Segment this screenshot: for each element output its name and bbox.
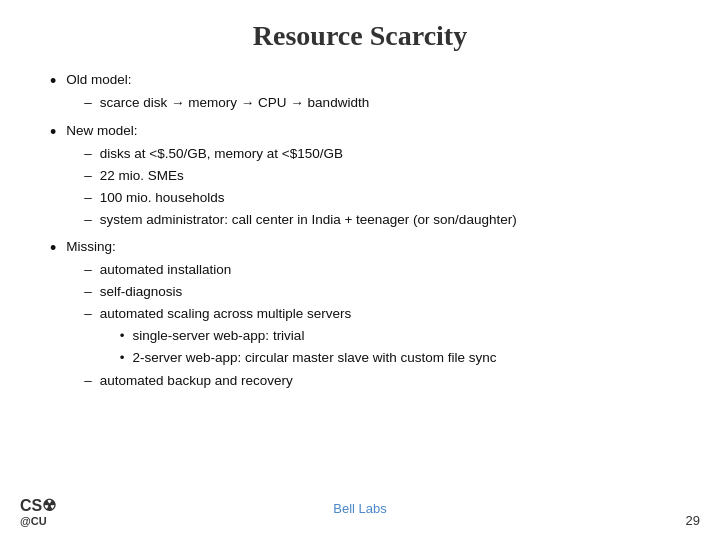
- bullet-new-model-content: New model: – disks at <$.50/GB, memory a…: [66, 121, 690, 232]
- new-model-label: New model:: [66, 123, 137, 138]
- bullet-new-model: • New model: – disks at <$.50/GB, memory…: [50, 121, 690, 232]
- sub-item-smes: – 22 mio. SMEs: [84, 166, 690, 187]
- households-text: 100 mio. households: [100, 188, 225, 209]
- footer: CS☢ @CU Bell Labs 29: [0, 496, 720, 528]
- dash-3: –: [84, 166, 92, 187]
- bullet-old-model-content: Old model: – scarce disk → memory → CPU …: [66, 70, 690, 115]
- dash-7: –: [84, 282, 92, 303]
- bullet-old-model: • Old model: – scarce disk → memory → CP…: [50, 70, 690, 115]
- bullet-missing: • Missing: – automated installation – se…: [50, 237, 690, 392]
- logo-at: @CU: [20, 515, 56, 528]
- auto-scale-sublist: • single-server web-app: trivial • 2-ser…: [100, 326, 497, 369]
- new-model-sublist: – disks at <$.50/GB, memory at <$150/GB …: [66, 144, 690, 231]
- bullet-missing-content: Missing: – automated installation – self…: [66, 237, 690, 392]
- auto-scale-text: automated scaling across multiple server…: [100, 306, 351, 321]
- sub-item-self-diag: – self-diagnosis: [84, 282, 690, 303]
- auto-install-text: automated installation: [100, 260, 231, 281]
- auto-scale-content: automated scaling across multiple server…: [100, 304, 497, 370]
- sub-item-disks: – disks at <$.50/GB, memory at <$150/GB: [84, 144, 690, 165]
- dash-2: –: [84, 144, 92, 165]
- dash-1: –: [84, 93, 92, 114]
- scarce-disk-text: scarce disk → memory → CPU → bandwidth: [100, 93, 369, 114]
- small-bullet-1: •: [120, 326, 125, 347]
- sub-item-auto-install: – automated installation: [84, 260, 690, 281]
- sub-sub-single-server: • single-server web-app: trivial: [120, 326, 497, 347]
- dash-9: –: [84, 371, 92, 392]
- sub-sub-two-server: • 2-server web-app: circular master slav…: [120, 348, 497, 369]
- bullet-dot-1: •: [50, 68, 56, 96]
- sub-item-auto-scale: – automated scaling across multiple serv…: [84, 304, 690, 370]
- dash-8: –: [84, 304, 92, 325]
- old-model-label: Old model:: [66, 72, 131, 87]
- sub-item-sysadmin: – system administrator: call center in I…: [84, 210, 690, 231]
- auto-backup-text: automated backup and recovery: [100, 371, 293, 392]
- smes-text: 22 mio. SMEs: [100, 166, 184, 187]
- content-area: • Old model: – scarce disk → memory → CP…: [30, 70, 690, 393]
- single-server-text: single-server web-app: trivial: [133, 326, 305, 347]
- sub-item-households: – 100 mio. households: [84, 188, 690, 209]
- sub-item-scarce: – scarce disk → memory → CPU → bandwidth: [84, 93, 690, 114]
- dash-6: –: [84, 260, 92, 281]
- dash-5: –: [84, 210, 92, 231]
- slide-title: Resource Scarcity: [30, 10, 690, 70]
- two-server-text: 2-server web-app: circular master slave …: [133, 348, 497, 369]
- old-model-sublist: – scarce disk → memory → CPU → bandwidth: [66, 93, 690, 114]
- slide: Resource Scarcity • Old model: – scarce …: [0, 0, 720, 540]
- self-diag-text: self-diagnosis: [100, 282, 183, 303]
- missing-label: Missing:: [66, 239, 116, 254]
- bullet-dot-3: •: [50, 235, 56, 263]
- sysadmin-text: system administrator: call center in Ind…: [100, 210, 517, 231]
- small-bullet-2: •: [120, 348, 125, 369]
- logo: CS☢ @CU: [20, 496, 56, 528]
- page-number: 29: [686, 513, 700, 528]
- sub-item-auto-backup: – automated backup and recovery: [84, 371, 690, 392]
- disks-text: disks at <$.50/GB, memory at <$150/GB: [100, 144, 343, 165]
- dash-4: –: [84, 188, 92, 209]
- missing-sublist: – automated installation – self-diagnosi…: [66, 260, 690, 392]
- logo-cs: CS☢: [20, 496, 56, 515]
- footer-bell-labs: Bell Labs: [333, 501, 386, 516]
- bullet-dot-2: •: [50, 119, 56, 147]
